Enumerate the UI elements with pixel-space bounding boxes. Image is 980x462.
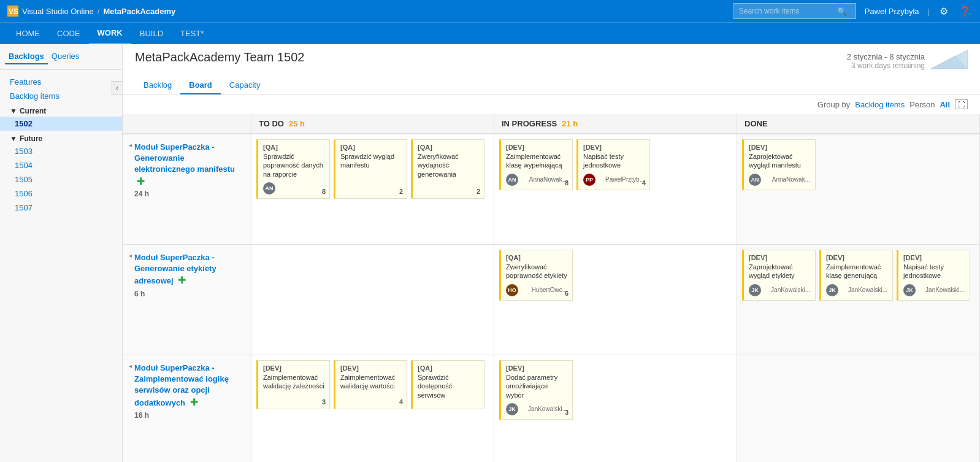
- row-3-add-icon[interactable]: ✚: [190, 397, 198, 407]
- card-title: Zweryfikować wydajność generowania: [418, 152, 479, 179]
- card-dev-impl-class[interactable]: [DEV] Zaimplementować klasę wypełniającą…: [499, 139, 573, 190]
- current-label: Current: [20, 107, 46, 115]
- card-tag: [DEV]: [749, 144, 810, 151]
- card-dev-unit-tests2[interactable]: [DEV] Napisać testy jednostkowe JK JanKo…: [897, 250, 970, 301]
- card-dev-impl-validation-val[interactable]: [DEV] Zaimplementować walidację wartości…: [334, 360, 407, 409]
- card-title: Sprawdzić dostępność serwisów: [418, 373, 479, 399]
- board-col-inprogress: IN PROGRESS 21 h: [494, 114, 737, 134]
- card-tag: [QA]: [418, 144, 479, 151]
- tab-queries[interactable]: Queries: [48, 49, 83, 64]
- sidebar-item-1506[interactable]: 1506: [0, 187, 122, 201]
- row-3-title[interactable]: Moduł SuperPaczka - Zaimplementować logi…: [134, 363, 229, 407]
- board-header-spacer: [123, 114, 251, 134]
- sidebar-item-1504[interactable]: 1504: [0, 158, 122, 172]
- nav-test[interactable]: TEST*: [172, 23, 212, 45]
- top-bar-right: 🔍 Paweł Przybyła | ⚙ ❓: [733, 3, 973, 19]
- app-name: Visual Studio Online: [22, 7, 94, 16]
- card-qa-check-services[interactable]: [QA] Sprawdzić dostępność serwisów: [411, 360, 484, 409]
- card-qa-verify-perf[interactable]: [QA] Zweryfikować wydajność generowania …: [411, 139, 484, 199]
- toolbar-tabs: Backlog Board Capacity: [123, 72, 980, 94]
- row-3-hours: 16 h: [134, 411, 245, 420]
- expand-icon[interactable]: ⛶: [955, 99, 968, 109]
- row-1-title[interactable]: Moduł SuperPaczka - Generowanie elektron…: [134, 142, 235, 174]
- card-title: Zaimplementować klasę generującą: [826, 263, 887, 280]
- card-avatar: JK: [506, 403, 518, 415]
- card-footer: JK JanKowalski...: [826, 284, 887, 296]
- card-qa-verify-label[interactable]: [QA] Zweryfikować poprawność etykiety HO…: [499, 250, 573, 301]
- nav-code[interactable]: CODE: [48, 23, 89, 45]
- board-controls: Group by Backlog items Person All ⛶: [123, 94, 980, 114]
- row-3-triangle: ◂: [129, 363, 132, 369]
- col-done-label: DONE: [745, 119, 768, 128]
- card-dev-unit-tests1[interactable]: [DEV] Napisać testy jednostkowe PP Paweł…: [576, 139, 650, 190]
- card-qa-check-manifest[interactable]: [QA] Sprawdzić wygląd manifestu 2: [334, 139, 407, 199]
- row-1-add-icon[interactable]: ✚: [137, 176, 145, 187]
- separator-line: |: [928, 7, 930, 16]
- card-num: 4: [399, 398, 403, 406]
- sidebar-item-1507[interactable]: 1507: [0, 201, 122, 215]
- card-num: 3: [322, 398, 326, 406]
- vs-logo-icon: VS: [7, 6, 18, 17]
- card-title: Zaprojektować wygląd etykiety: [749, 263, 810, 280]
- future-triangle: ▼: [10, 134, 17, 143]
- row-1-label: ◂ Moduł SuperPaczka - Generowanie elektr…: [123, 134, 251, 245]
- search-icon[interactable]: 🔍: [837, 7, 847, 16]
- board-container: TO DO 25 h IN PROGRESS 21 h DONE ◂ Moduł…: [123, 114, 980, 462]
- sprint-chart: [931, 50, 968, 72]
- row-2-label: ◂ Moduł SuperPaczka - Generowanie etykie…: [123, 245, 251, 355]
- settings-icon[interactable]: ⚙: [938, 6, 949, 17]
- card-avatar-label: JanKowalski...: [925, 287, 965, 293]
- card-dev-design-manifest[interactable]: [DEV] Zaprojektować wygląd manifestu AN …: [742, 139, 816, 190]
- card-dev-impl-validation-dep[interactable]: [DEV] Zaimplementować walidację zależnoś…: [256, 360, 330, 409]
- nav-home[interactable]: HOME: [7, 23, 48, 45]
- sidebar-item-backlog-items[interactable]: Backlog items: [0, 89, 122, 103]
- help-icon[interactable]: ❓: [958, 6, 973, 17]
- card-avatar: AN: [506, 174, 518, 186]
- card-dev-impl-gen-class[interactable]: [DEV] Zaimplementować klasę generującą J…: [819, 250, 893, 301]
- row-2-add-icon[interactable]: ✚: [178, 275, 186, 285]
- row-2-inprogress-cell: [QA] Zweryfikować poprawność etykiety HO…: [494, 245, 737, 355]
- card-dev-add-params[interactable]: [DEV] Dodać parametry umożliwiające wybó…: [499, 360, 573, 420]
- card-avatar: PP: [583, 174, 595, 186]
- board-col-todo: TO DO 25 h: [251, 114, 494, 134]
- sidebar-item-features[interactable]: Features: [0, 75, 122, 89]
- card-avatar-label: AnnaNowak...: [529, 176, 567, 183]
- group-by-label: Group by: [817, 100, 850, 109]
- search-box[interactable]: 🔍: [733, 3, 856, 19]
- future-label: Future: [20, 134, 42, 143]
- col-inprogress-hours: 21 h: [562, 119, 578, 128]
- row-2-title[interactable]: Moduł SuperPaczka - Generowanie etykiety…: [134, 253, 216, 285]
- row-1-triangle: ◂: [129, 142, 132, 148]
- sidebar-item-1505[interactable]: 1505: [0, 172, 122, 187]
- sidebar-section-future: ▼ Future: [0, 131, 122, 144]
- sidebar-item-1502[interactable]: 1502: [0, 117, 122, 131]
- card-avatar: HO: [506, 284, 518, 296]
- sprint-info: 2 stycznia - 8 stycznia 3 work days rema…: [847, 50, 968, 72]
- nav-work[interactable]: WORK: [89, 23, 131, 45]
- card-qa-check-report[interactable]: [QA] Sprawdzić poprawność danych na rapo…: [256, 139, 330, 199]
- row-2-todo-cell: [251, 245, 494, 355]
- current-triangle: ▼: [10, 107, 17, 115]
- card-footer: PP PawełPrztyb...: [583, 174, 645, 186]
- sidebar-section-current: ▼ Current: [0, 103, 122, 117]
- card-num: 4: [642, 179, 646, 187]
- person-label: Person: [909, 100, 935, 109]
- sprint-remaining: 3 work days remaining: [847, 61, 925, 70]
- sidebar-item-1503[interactable]: 1503: [0, 144, 122, 158]
- card-tag: [DEV]: [826, 254, 887, 261]
- search-input[interactable]: [739, 7, 837, 15]
- tab-backlogs[interactable]: Backlogs: [5, 49, 48, 64]
- tab-capacity[interactable]: Capacity: [221, 77, 269, 94]
- app-logo: VS Visual Studio Online / MetaPackAcadem…: [7, 6, 175, 17]
- nav-build[interactable]: BUILD: [131, 23, 172, 45]
- card-avatar-label: JanKowalski...: [848, 287, 887, 293]
- tab-backlog[interactable]: Backlog: [135, 77, 180, 94]
- main-layout: Backlogs Queries ‹ Features Backlog item…: [0, 44, 980, 462]
- card-title: Dodać parametry umożliwiające wybór: [506, 373, 567, 399]
- person-all-value[interactable]: All: [940, 100, 950, 109]
- group-by-value[interactable]: Backlog items: [855, 100, 905, 109]
- collapse-sidebar-button[interactable]: ‹: [112, 81, 123, 94]
- card-dev-design-label[interactable]: [DEV] Zaprojektować wygląd etykiety JK J…: [742, 250, 816, 301]
- card-title: Zaimplementować walidację zależności: [263, 373, 324, 391]
- tab-board[interactable]: Board: [180, 77, 221, 94]
